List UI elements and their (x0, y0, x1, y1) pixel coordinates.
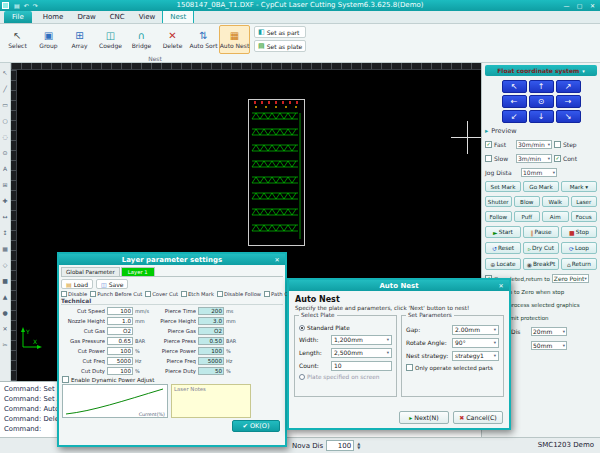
dialog-titlebar[interactable]: Layer parameter settings ✕ (59, 254, 285, 265)
save-button[interactable]: ◫Save (96, 279, 128, 289)
nc-control-button[interactable]: ⌂Return (561, 258, 597, 270)
nc-control-button[interactable]: ►Start (485, 226, 521, 238)
length-input[interactable]: 2,500mm▾ (331, 348, 392, 358)
param-input[interactable]: O2 (198, 327, 224, 335)
jog-arrow-button[interactable]: → (556, 95, 581, 108)
back-distance-select[interactable]: 50mm▾ (531, 341, 567, 350)
machine-function-button[interactable]: Aim (542, 211, 569, 222)
minimize-button[interactable]: — (560, 2, 573, 9)
menu-tab[interactable]: Home (36, 10, 71, 23)
nc-control-button[interactable]: ⊕Locate (485, 258, 521, 270)
layer-option-checkbox[interactable]: Punch Before Cut (90, 291, 142, 297)
nova-distance-input[interactable]: 100 (326, 440, 354, 451)
drawing-tool-icon[interactable]: A (1, 161, 10, 176)
radio-icon[interactable] (299, 374, 305, 380)
jog-arrow-button[interactable]: ⊙ (529, 95, 554, 108)
ribbon-tool-button[interactable]: ⇅ Auto Sort (188, 25, 219, 54)
nc-control-button[interactable]: ◉BreakPt (523, 258, 559, 270)
param-input[interactable]: 50 (198, 367, 224, 375)
layer-option-checkbox[interactable]: Etch Mark (181, 291, 214, 297)
step-checkbox[interactable] (554, 141, 561, 148)
layer-option-checkbox[interactable]: Disable Follow (217, 291, 261, 297)
coordinate-system-selector[interactable]: Float coordinate system ▾ (485, 65, 597, 76)
param-input[interactable]: 1.0 (107, 317, 133, 325)
drawing-tool-icon[interactable]: ▭ (1, 97, 10, 112)
dialog-titlebar[interactable]: Auto Nest ✕ (289, 280, 509, 291)
drawing-tool-icon[interactable]: ⊞ (1, 177, 10, 192)
width-input[interactable]: 1,200mm▾ (331, 335, 392, 345)
ribbon-tool-button[interactable]: ∩ Bridge (126, 25, 157, 54)
jog-arrow-button[interactable]: ↖ (502, 80, 527, 93)
slow-speed-select[interactable]: 3m/min▾ (516, 154, 552, 163)
preview-button[interactable]: ▸ Preview (485, 127, 597, 135)
nc-control-button[interactable]: ⟳Loop (561, 242, 597, 254)
checkbox[interactable] (181, 291, 187, 297)
gap-input[interactable]: 2.00mm▾ (452, 325, 499, 335)
only-selected-parts-option[interactable]: Only operate selected parts (406, 362, 499, 373)
mark-button[interactable]: Set Mark (485, 181, 521, 192)
laser-notes-box[interactable]: Laser Notes (171, 384, 251, 418)
tab-layer-1[interactable]: Layer 1 (121, 267, 155, 276)
ribbon-tool-button[interactable]: ▣ Group (33, 25, 64, 54)
param-input[interactable]: 100 (107, 307, 133, 315)
ribbon-tool-button[interactable]: ▦ Auto Nest (219, 25, 250, 54)
rotate-angle-input[interactable]: 90°▾ (452, 338, 499, 348)
drawing-tool-icon[interactable]: ✚ (1, 193, 10, 208)
param-input[interactable]: 0.65 (107, 337, 133, 345)
checkbox[interactable] (406, 364, 413, 371)
drawing-tool-icon[interactable]: ✕ (1, 321, 10, 336)
menu-tab[interactable]: Draw (70, 10, 102, 23)
machine-function-button[interactable]: Follow (485, 211, 512, 222)
cancel-button[interactable]: ✖Cancel(C) (453, 411, 503, 424)
checkbox[interactable] (145, 291, 151, 297)
ribbon-tool-button[interactable]: ✕ Delete (157, 25, 188, 54)
ok-button[interactable]: ✔OK(O) (232, 420, 280, 432)
param-input[interactable]: 100 (107, 347, 133, 355)
jog-arrow-button[interactable]: ↘ (556, 110, 581, 123)
machine-function-button[interactable]: Focus (571, 211, 598, 222)
checkbox[interactable] (61, 291, 67, 297)
nc-control-button[interactable]: ‖Pause (523, 226, 559, 238)
jog-distance-select[interactable]: 10mm▾ (521, 168, 557, 177)
drawing-tool-icon[interactable]: ↔ (1, 209, 10, 224)
layer-option-checkbox[interactable]: Disable (61, 291, 87, 297)
mark-button[interactable]: Go Mark (523, 181, 559, 192)
machine-function-button[interactable]: Blow (514, 196, 541, 207)
param-input[interactable]: O2 (107, 327, 133, 335)
nc-control-button[interactable]: ↺Reset (485, 242, 521, 254)
machine-function-button[interactable]: Laser (571, 196, 598, 207)
drawing-tool-icon[interactable]: ⊙ (1, 145, 10, 160)
drawing-tool-icon[interactable]: ■ (1, 273, 10, 288)
machine-function-button[interactable]: Walk (542, 196, 569, 207)
machine-function-button[interactable]: Shutter (485, 196, 512, 207)
param-input[interactable]: 100 (107, 367, 133, 375)
drawing-tool-icon[interactable]: ↖ (1, 65, 10, 80)
jog-arrow-button[interactable]: ↙ (502, 110, 527, 123)
drawing-tool-icon[interactable]: ✂ (1, 337, 10, 352)
nested-plate-drawing[interactable] (248, 99, 305, 246)
forward-distance-select[interactable]: 20mm▾ (531, 327, 567, 336)
drawing-tool-icon[interactable]: ● (1, 305, 10, 320)
drawing-tool-icon[interactable]: ▲ (1, 289, 10, 304)
menu-tab[interactable]: CNC (103, 10, 132, 23)
machine-function-button[interactable]: Puff (514, 211, 541, 222)
count-input[interactable]: 10 (331, 361, 392, 371)
mark-button[interactable]: Mark ▾ (561, 181, 597, 192)
param-input[interactable]: 5000 (107, 357, 133, 365)
radio-icon[interactable] (299, 325, 305, 331)
drawing-tool-icon[interactable]: ▦ (1, 241, 10, 256)
ribbon-tool-button[interactable]: ⊞ Array (64, 25, 95, 54)
checkbox[interactable] (90, 291, 96, 297)
load-button[interactable]: ▤Load (61, 279, 93, 289)
jog-arrow-button[interactable]: ↗ (556, 80, 581, 93)
param-input[interactable]: 3.0 (198, 317, 224, 325)
drawing-tool-icon[interactable]: ↕ (1, 225, 10, 240)
nc-control-button[interactable]: ■Stop (561, 226, 597, 238)
param-input[interactable]: 0.50 (198, 337, 224, 345)
cont-checkbox[interactable]: ✓ (554, 155, 561, 162)
jog-arrow-button[interactable]: ← (502, 95, 527, 108)
screen-plate-radio[interactable]: Plate specified on screen (299, 372, 392, 382)
next-button[interactable]: ▸Next(N) (399, 411, 449, 424)
strategy-input[interactable]: strategy1▾ (452, 351, 499, 361)
menu-tab[interactable]: Nest (162, 10, 194, 23)
